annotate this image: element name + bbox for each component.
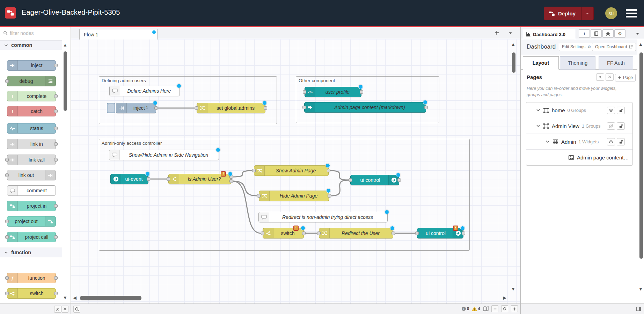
tab-info[interactable]: i <box>579 29 590 38</box>
port-input[interactable] <box>415 231 419 235</box>
port-output[interactable] <box>462 231 465 235</box>
chevron-down-icon[interactable] <box>536 108 540 112</box>
sidebar-scroll-down[interactable]: ▼ <box>638 287 643 291</box>
port-output[interactable] <box>154 106 158 110</box>
port-input[interactable] <box>349 178 352 182</box>
port-input[interactable] <box>261 231 264 235</box>
flow-node-comment1[interactable]: Define Admins Here <box>109 86 180 96</box>
palette-collapse-all-button[interactable] <box>54 306 61 313</box>
port-input[interactable] <box>317 231 321 235</box>
visibility-toggle[interactable] <box>607 138 615 145</box>
port-output[interactable] <box>54 292 58 295</box>
port-output[interactable] <box>328 194 331 198</box>
add-flow-button[interactable] <box>494 30 499 35</box>
add-page-button[interactable]: Page <box>615 74 636 81</box>
pages-tree-row-home[interactable]: home0 Groups <box>526 102 632 118</box>
collapse-sidebar-icon[interactable] <box>636 306 641 312</box>
palette-node-link-call[interactable]: link call <box>7 155 56 165</box>
sidebar-tabs-caret[interactable] <box>635 31 640 36</box>
port-input[interactable] <box>303 90 306 94</box>
chevron-down-icon[interactable] <box>536 124 540 128</box>
pages-tree-row-admin-page-content-m-[interactable]: Admin page content (m... <box>526 150 632 165</box>
visibility-toggle[interactable] <box>607 107 615 114</box>
palette-node-debug[interactable]: debug <box>7 76 56 86</box>
zoom-in-button[interactable] <box>511 305 518 312</box>
navigator-toggle[interactable] <box>483 306 489 312</box>
flow-node-uicontrol2[interactable]: ui control! <box>417 228 463 238</box>
port-output[interactable] <box>147 177 150 181</box>
flow-node-hide[interactable]: Hide Admin Page <box>259 191 329 201</box>
port-output[interactable] <box>54 64 58 67</box>
flow-node-inject[interactable]: inject ¹ <box>116 103 156 113</box>
palette-expand-all-button[interactable] <box>61 306 68 313</box>
port-output[interactable] <box>54 204 58 208</box>
tab-config[interactable]: ⚙ <box>614 29 625 38</box>
port-output[interactable] <box>54 127 58 130</box>
port-input[interactable] <box>5 158 9 162</box>
flow-node-change1[interactable]: set global.admins <box>197 103 265 113</box>
palette-node-link-in[interactable]: link in <box>7 139 56 149</box>
main-menu-button[interactable] <box>626 9 637 17</box>
flow-list-caret[interactable] <box>508 31 513 35</box>
palette-category-function[interactable]: function <box>0 248 62 257</box>
zoom-out-button[interactable] <box>491 305 498 312</box>
port-output[interactable] <box>360 90 363 94</box>
port-output[interactable] <box>54 94 58 98</box>
search-flows-button[interactable] <box>73 306 80 313</box>
palette-node-link-out[interactable]: link out <box>7 170 56 180</box>
palette-node-status[interactable]: status <box>7 123 56 134</box>
port-output[interactable] <box>302 231 306 235</box>
open-dashboard-button[interactable]: Open Dashboard <box>592 43 636 51</box>
port-output[interactable] <box>54 142 58 146</box>
port-input[interactable] <box>195 106 198 110</box>
tab-layout[interactable]: Layout <box>523 56 559 70</box>
port-input[interactable] <box>5 220 9 223</box>
palette-scroll-down[interactable]: ▼ <box>63 295 67 300</box>
palette-node-project-in[interactable]: project in <box>7 201 56 211</box>
flow-node-comment3[interactable]: Redirect is non-admin trying direct acce… <box>258 212 388 222</box>
port-output[interactable] <box>424 106 428 109</box>
port-output[interactable] <box>54 158 58 162</box>
palette-node-project-out[interactable]: project out <box>7 216 56 227</box>
tab-help[interactable] <box>591 29 602 38</box>
port-output[interactable] <box>397 178 401 182</box>
palette-vscroll-thumb[interactable] <box>64 51 67 111</box>
sidebar-scroll-up[interactable]: ▲ <box>638 42 643 47</box>
tab-ff-auth[interactable]: FF Auth <box>599 56 633 70</box>
flow-node-redirect[interactable]: Redirect the User <box>319 228 393 238</box>
port-input[interactable] <box>5 235 9 239</box>
pages-move-down-button[interactable] <box>606 73 614 81</box>
pages-move-up-button[interactable] <box>596 73 604 81</box>
chevron-down-icon[interactable] <box>546 140 550 144</box>
palette-node-function[interactable]: ƒfunction <box>7 273 56 283</box>
palette-filter[interactable]: filter nodes <box>0 27 71 39</box>
warning-count[interactable]: !4 <box>472 306 480 312</box>
port-output-2[interactable] <box>229 179 233 183</box>
port-input[interactable] <box>5 292 9 295</box>
deploy-options-caret[interactable] <box>581 7 593 20</box>
lock-toggle[interactable] <box>617 107 625 114</box>
flow-node-isadmin[interactable]: Is Admin User?! <box>168 174 231 184</box>
error-count[interactable]: i0 <box>461 306 469 311</box>
pages-tree-row-admin-view[interactable]: Admin View1 Groups <box>526 118 632 134</box>
deploy-button-main[interactable]: Deploy <box>544 10 581 17</box>
palette-node-inject[interactable]: inject <box>7 60 56 71</box>
tab-theming[interactable]: Theming <box>560 56 595 70</box>
flow-node-uievent[interactable]: ui-event <box>110 174 148 184</box>
palette-node-complete[interactable]: !complete <box>7 91 56 101</box>
port-input[interactable] <box>5 276 9 280</box>
deploy-button[interactable]: Deploy <box>544 7 594 20</box>
port-output[interactable] <box>54 235 58 239</box>
port-output[interactable] <box>54 109 58 113</box>
flow-node-admincontent[interactable]: Admin page content (markdown) <box>304 102 426 113</box>
inject-button[interactable] <box>107 103 115 113</box>
port-input[interactable] <box>5 79 9 83</box>
palette-node-project-call[interactable]: project call <box>7 232 56 242</box>
flow-node-comment2[interactable]: Show/Hide Admin in Side Navigation <box>109 150 219 160</box>
visibility-toggle[interactable] <box>607 122 615 130</box>
port-input[interactable] <box>5 173 9 177</box>
port-input[interactable] <box>257 194 261 198</box>
lock-toggle[interactable] <box>617 138 625 145</box>
lock-toggle[interactable] <box>617 122 625 130</box>
palette-category-common[interactable]: common <box>0 40 62 50</box>
